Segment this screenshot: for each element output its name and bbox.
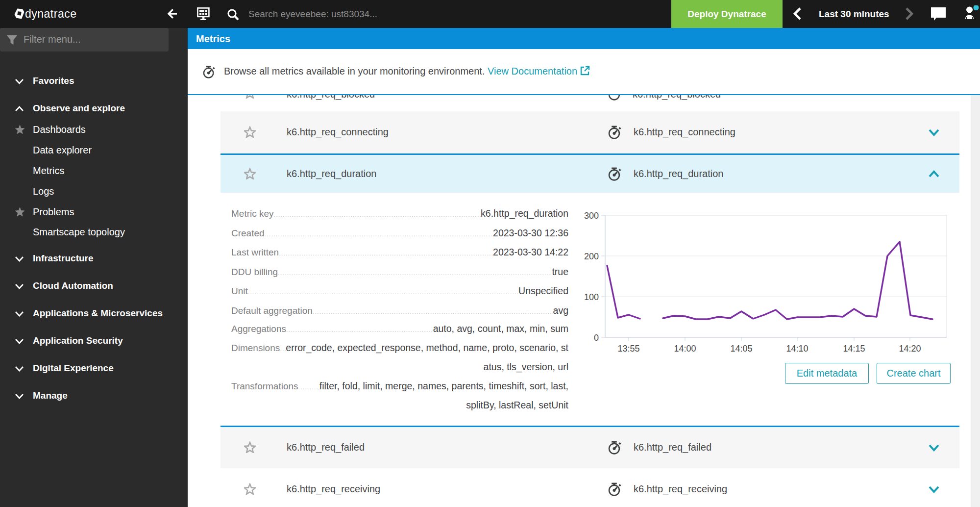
svg-text:14:20: 14:20 bbox=[899, 344, 921, 354]
svg-text:14:00: 14:00 bbox=[674, 344, 696, 354]
svg-text:14:15: 14:15 bbox=[843, 344, 865, 354]
svg-text:13:55: 13:55 bbox=[617, 344, 639, 354]
svg-text:200: 200 bbox=[584, 252, 599, 261]
svg-text:300: 300 bbox=[584, 211, 599, 221]
svg-text:0: 0 bbox=[594, 333, 599, 343]
svg-text:14:10: 14:10 bbox=[786, 344, 808, 354]
svg-text:100: 100 bbox=[584, 292, 599, 302]
svg-text:14:05: 14:05 bbox=[730, 344, 752, 354]
